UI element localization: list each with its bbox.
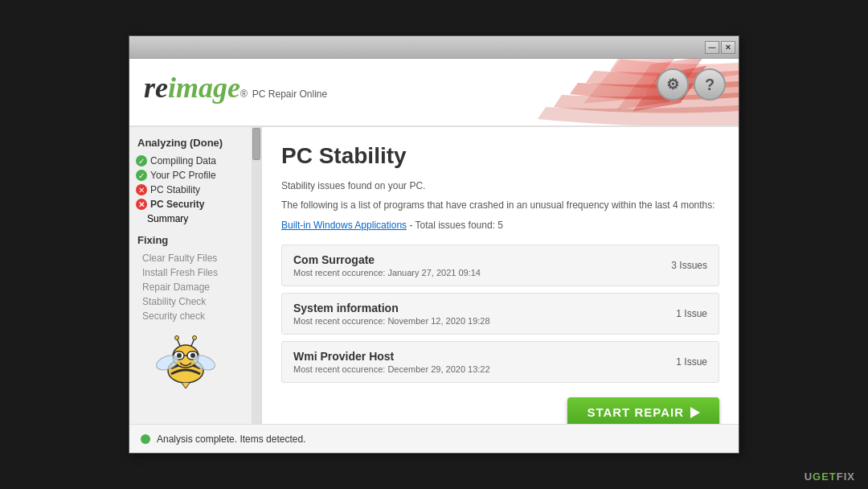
watermark-u: U [805,471,813,483]
repair-section: START REPAIR [281,389,719,424]
title-bar: — ✕ [129,36,739,59]
close-button[interactable]: ✕ [721,41,735,54]
logo: reimage®PC Repair Online [144,71,327,105]
built-in-apps-link[interactable]: Built-in Windows Applications [281,220,407,231]
settings-button[interactable]: ⚙ [657,68,689,101]
sidebar-item-summary[interactable]: Summary [129,212,261,226]
intro-text-1: Stability issues found on your PC. [281,179,719,193]
sidebar-label-pc-profile: Your PC Profile [150,170,216,181]
main-window: — ✕ reimage®PC Repair Online ⚙ [129,35,739,454]
page-title: PC Stability [281,143,719,169]
settings-icon: ⚙ [666,76,679,93]
issue-name-2: Wmi Provider Host [293,350,490,363]
header-icons: ⚙ ? [657,68,726,101]
content-area: Analyzing (Done) ✓ Compiling Data ✓ Your… [129,127,739,424]
status-icon-green: ✓ [136,155,147,166]
issue-card-0: Com Surrogate Most recent occurence: Jan… [281,244,719,286]
sidebar-label-pc-security: PC Security [150,199,204,210]
repair-button-label: START REPAIR [587,405,684,419]
svg-point-11 [193,336,197,340]
sidebar-clear-faulty: Clear Faulty Files [129,251,261,265]
sidebar-repair-damage: Repair Damage [129,280,261,294]
sidebar-label-compiling: Compiling Data [150,155,216,166]
sidebar-item-pc-profile[interactable]: ✓ Your PC Profile [129,168,261,183]
svg-point-6 [177,353,182,358]
watermark-fix: FIX [837,471,855,483]
status-dot [141,434,150,444]
logo-reg: ® [240,88,248,100]
svg-point-9 [175,336,179,340]
sidebar-label-summary: Summary [147,213,188,224]
issue-info-2: Wmi Provider Host Most recent occurence:… [293,350,490,374]
issue-date-0: Most recent occurence: January 27, 2021 … [293,268,481,277]
status-icon-red: ✕ [136,184,147,195]
footer-status: Analysis complete. Items detected. [141,434,305,445]
help-button[interactable]: ? [694,68,726,101]
watermark-get: GET [813,471,837,483]
scrollbar-thumb[interactable] [252,128,260,160]
sidebar-item-pc-stability[interactable]: ✕ PC Stability [129,183,261,197]
issue-count-2: 1 Issue [676,356,707,368]
issue-name-1: System information [293,302,490,314]
help-icon: ? [705,76,714,94]
logo-tagline: PC Repair Online [252,88,327,100]
main-content: PC Stability Stability issues found on y… [262,127,739,424]
sidebar: Analyzing (Done) ✓ Compiling Data ✓ Your… [129,127,262,424]
issue-info-1: System information Most recent occurence… [293,302,490,326]
issue-info-0: Com Surrogate Most recent occurence: Jan… [293,253,481,277]
footer: Analysis complete. Items detected. [129,424,739,453]
issue-count-1: 1 Issue [676,308,707,319]
issues-line: Built-in Windows Applications - Total is… [281,217,719,232]
mascot-container [141,316,230,392]
logo-re: re [144,71,168,105]
sidebar-label-pc-stability: PC Stability [150,184,200,195]
intro-text-2: The following is a list of programs that… [281,198,719,212]
footer-status-text: Analysis complete. Items detected. [157,434,305,445]
sidebar-install-fresh: Install Fresh Files [129,265,261,280]
play-icon [690,407,700,418]
logo-image: image [168,71,240,105]
issue-name-0: Com Surrogate [293,253,481,266]
title-bar-buttons: — ✕ [705,41,735,54]
status-icon-red-2: ✕ [136,199,147,210]
sidebar-stability-check: Stability Check [129,294,261,309]
issue-date-1: Most recent occurence: November 12, 2020… [293,316,490,326]
issues-count: - Total issues found: 5 [407,220,503,231]
header: reimage®PC Repair Online ⚙ ? [129,59,739,127]
sidebar-item-pc-security[interactable]: ✕ PC Security [129,197,261,212]
minimize-button[interactable]: — [705,41,719,54]
sidebar-scrollbar[interactable] [252,127,261,424]
issue-count-0: 3 Issues [671,260,707,271]
issue-card-1: System information Most recent occurence… [281,293,719,335]
status-icon-green-2: ✓ [136,170,147,181]
sidebar-analyzing-title: Analyzing (Done) [129,137,261,154]
sidebar-fixing-title: Fixing [129,226,261,251]
issue-date-2: Most recent occurence: December 29, 2020… [293,364,490,374]
sidebar-item-compiling-data[interactable]: ✓ Compiling Data [129,154,261,168]
start-repair-button[interactable]: START REPAIR [567,397,719,424]
issue-card-2: Wmi Provider Host Most recent occurence:… [281,341,719,383]
watermark: UGETFIX [805,471,855,483]
